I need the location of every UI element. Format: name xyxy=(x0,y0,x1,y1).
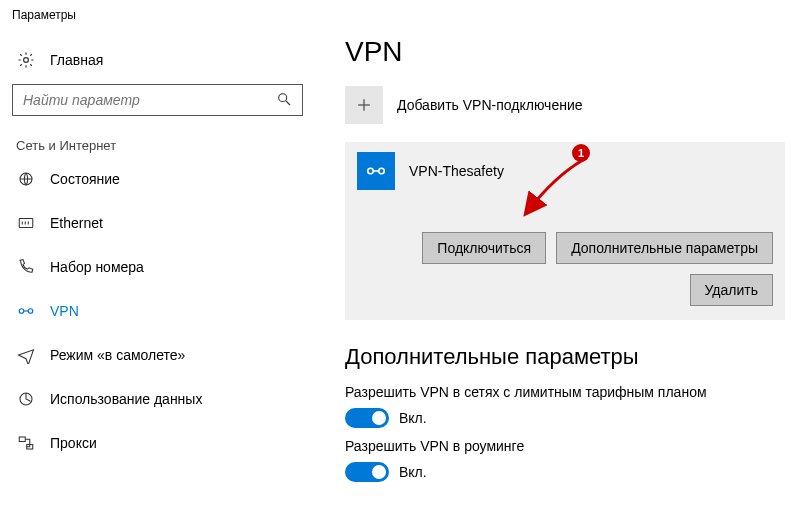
svg-rect-4 xyxy=(19,219,33,228)
sidebar-item-data-usage[interactable]: Использование данных xyxy=(12,377,303,421)
svg-point-0 xyxy=(24,58,29,63)
sidebar-item-label: Прокси xyxy=(50,435,97,451)
sidebar-item-proxy[interactable]: Прокси xyxy=(12,421,303,465)
sidebar-item-label: Набор номера xyxy=(50,259,144,275)
svg-point-13 xyxy=(368,168,374,174)
sidebar: Главная Сеть и Интернет Состояние xyxy=(0,30,315,492)
sidebar-item-status[interactable]: Состояние xyxy=(12,157,303,201)
svg-point-5 xyxy=(19,309,24,314)
vpn-connection-name: VPN-Thesafety xyxy=(409,163,504,179)
svg-point-14 xyxy=(379,168,385,174)
svg-point-1 xyxy=(279,94,287,102)
search-icon xyxy=(276,91,294,109)
toggle-metered-state: Вкл. xyxy=(399,410,427,426)
toggle-roaming-state: Вкл. xyxy=(399,464,427,480)
sidebar-item-label: Использование данных xyxy=(50,391,202,407)
globe-icon xyxy=(16,169,36,189)
page-title: VPN xyxy=(345,36,785,68)
add-vpn-row[interactable]: Добавить VPN-подключение xyxy=(345,86,785,124)
search-input[interactable] xyxy=(21,91,276,109)
plus-icon xyxy=(345,86,383,124)
toggle-metered-switch[interactable] xyxy=(345,408,389,428)
connect-button[interactable]: Подключиться xyxy=(422,232,546,264)
sidebar-item-dialup[interactable]: Набор номера xyxy=(12,245,303,289)
sidebar-item-label: Ethernet xyxy=(50,215,103,231)
toggle-roaming-switch[interactable] xyxy=(345,462,389,482)
advanced-options-button[interactable]: Дополнительные параметры xyxy=(556,232,773,264)
delete-button[interactable]: Удалить xyxy=(690,274,773,306)
main-content: VPN Добавить VPN-подключение VPN-Thesafe… xyxy=(315,30,797,492)
sidebar-item-airplane[interactable]: Режим «в самолете» xyxy=(12,333,303,377)
svg-rect-9 xyxy=(19,437,25,442)
vpn-connection-icon xyxy=(357,152,395,190)
search-box[interactable] xyxy=(12,84,303,116)
sidebar-home-label: Главная xyxy=(50,52,103,68)
add-vpn-label: Добавить VPN-подключение xyxy=(397,97,583,113)
sidebar-home[interactable]: Главная xyxy=(12,44,303,84)
vpn-connection-item[interactable]: VPN-Thesafety 1 Подключиться Дополнитель… xyxy=(345,142,785,320)
proxy-icon xyxy=(16,433,36,453)
sidebar-item-label: Состояние xyxy=(50,171,120,187)
annotation-step-badge: 1 xyxy=(572,144,590,162)
sidebar-item-label: Режим «в самолете» xyxy=(50,347,185,363)
vpn-icon xyxy=(16,301,36,321)
data-usage-icon xyxy=(16,389,36,409)
sidebar-item-vpn[interactable]: VPN xyxy=(12,289,303,333)
gear-icon xyxy=(16,50,36,70)
advanced-section-title: Дополнительные параметры xyxy=(345,344,785,370)
toggle-metered-label: Разрешить VPN в сетях с лимитным тарифны… xyxy=(345,384,785,400)
svg-point-6 xyxy=(28,309,33,314)
sidebar-item-label: VPN xyxy=(50,303,79,319)
svg-line-2 xyxy=(286,101,290,105)
window-title: Параметры xyxy=(0,0,797,30)
sidebar-item-ethernet[interactable]: Ethernet xyxy=(12,201,303,245)
phone-icon xyxy=(16,257,36,277)
ethernet-icon xyxy=(16,213,36,233)
airplane-icon xyxy=(16,345,36,365)
sidebar-category: Сеть и Интернет xyxy=(12,138,303,157)
toggle-roaming-label: Разрешить VPN в роуминге xyxy=(345,438,785,454)
